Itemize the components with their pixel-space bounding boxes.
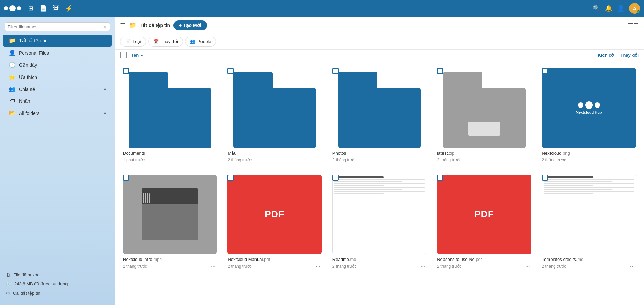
search-icon[interactable]: 🔍: [593, 5, 600, 12]
sidebar-icon-tags: 🏷: [9, 98, 16, 104]
file-checkbox-nextcloud-png[interactable]: [542, 68, 548, 74]
file-meta-documents: 1 phút trước ···: [123, 156, 217, 164]
folder-breadcrumb-icon: 📁: [129, 22, 136, 29]
file-date-readme: 2 tháng trước: [332, 264, 357, 269]
sidebar-nav: 📁 Tất cả tệp tin 👤 Personal Files 🕐 Gần …: [0, 34, 115, 119]
sidebar-item-all-files[interactable]: 📁 Tất cả tệp tin: [3, 35, 112, 47]
file-more-btn-documents[interactable]: ···: [210, 156, 217, 164]
sidebar-label-favorites: Ưa thích: [19, 74, 106, 80]
file-more-btn-reasons-nc[interactable]: ···: [524, 263, 531, 270]
sidebar-search-container: ✕: [5, 22, 110, 31]
filter-type-button[interactable]: 📄 Loại: [120, 37, 146, 47]
hamburger-icon[interactable]: ☰: [120, 22, 126, 29]
file-checkbox-mau[interactable]: [227, 68, 234, 74]
name-col-label: Tên: [131, 53, 139, 58]
toolbar-right: ☰☰: [628, 22, 639, 29]
file-name-nextcloud-intro: Nextcloud intro.mp4: [123, 257, 217, 262]
sidebar-label-all-files: Tất cả tệp tin: [19, 38, 106, 43]
calendar-icon: 📅: [153, 39, 159, 44]
file-more-btn-nextcloud-png[interactable]: ···: [629, 156, 636, 164]
sidebar-item-tags[interactable]: 🏷 Nhãn: [3, 95, 112, 107]
settings-label: Cài đặt tệp tin: [13, 291, 41, 296]
file-checkbox-templates-credits[interactable]: [542, 175, 548, 181]
activity-nav-icon[interactable]: ⚡: [65, 5, 73, 12]
sort-arrow-icon: ▲: [140, 53, 144, 57]
file-item-readme[interactable]: Readme.md 2 tháng trước ···: [330, 172, 429, 273]
contacts-icon[interactable]: 👤: [617, 5, 624, 12]
people-filter-icon: 👥: [190, 39, 195, 44]
name-column-header[interactable]: Tên ▲: [131, 53, 144, 58]
file-item-templates-credits[interactable]: Templates credits.md 2 tháng trước ···: [539, 172, 639, 273]
file-name-nextcloud-manual: Nextcloud Manual.pdf: [227, 257, 321, 262]
photos-nav-icon[interactable]: 🖼: [53, 5, 59, 12]
select-all-checkbox[interactable]: [120, 52, 127, 58]
filter-changed-button[interactable]: 📅 Thay đổi: [148, 37, 183, 47]
sidebar-item-personal-files[interactable]: 👤 Personal Files: [3, 47, 112, 59]
file-checkbox-readme[interactable]: [332, 175, 339, 181]
file-more-btn-readme[interactable]: ···: [419, 263, 426, 270]
file-checkbox-nextcloud-manual[interactable]: [227, 175, 234, 181]
filter-type-label: Loại: [133, 39, 141, 44]
file-more-btn-mau[interactable]: ···: [314, 156, 321, 164]
sidebar: ✕ 📁 Tất cả tệp tin 👤 Personal Files 🕐 Gầ…: [0, 17, 115, 305]
file-meta-readme: 2 tháng trước ···: [332, 263, 426, 270]
sidebar-item-all-folders[interactable]: 📂 All folders ▾: [3, 107, 112, 119]
sidebar-bottom: 🗑 File đã bị xóa 💿 243,8 MB đã được sử d…: [0, 266, 115, 302]
sidebar-item-recent[interactable]: 🕐 Gần đây: [3, 59, 112, 71]
grid-icon[interactable]: ⊞: [28, 5, 33, 12]
storage-item[interactable]: 💿 243,8 MB đã được sử dụng: [6, 279, 109, 288]
create-new-button[interactable]: + Tạo Mới: [173, 20, 207, 30]
file-date-documents: 1 phút trước: [123, 158, 145, 162]
file-thumbnail-mau: [227, 68, 321, 148]
main-layout: ✕ 📁 Tất cả tệp tin 👤 Personal Files 🕐 Gầ…: [0, 17, 644, 305]
logo-circles: [4, 5, 21, 11]
file-item-documents[interactable]: Documents 1 phút trước ···: [120, 65, 219, 166]
file-thumbnail-readme: [332, 175, 426, 254]
file-item-reasons-nc[interactable]: PDF Reasons to use Ne.pdf 2 tháng trước …: [434, 172, 534, 273]
file-item-nextcloud-png[interactable]: Nextcloud Hub Nextcloud.png 2 tháng trướ…: [539, 65, 639, 166]
file-item-latest-zip[interactable]: latest.zip 2 tháng trước ···: [434, 65, 534, 166]
file-more-btn-nextcloud-manual[interactable]: ···: [314, 263, 321, 270]
sidebar-icon-all-folders: 📂: [9, 110, 16, 116]
notifications-icon[interactable]: 🔔: [605, 5, 612, 12]
file-meta-reasons-nc: 2 tháng trước ···: [437, 263, 531, 270]
filter-changed-label: Thay đổi: [161, 39, 178, 44]
top-navigation: ⊞ 📄 🖼 ⚡ 🔍 🔔 👤 A: [0, 0, 644, 17]
trash-item[interactable]: 🗑 File đã bị xóa: [6, 270, 109, 279]
file-more-btn-templates-credits[interactable]: ···: [629, 263, 636, 270]
files-nav-icon[interactable]: 📄: [39, 5, 47, 12]
sidebar-icon-all-files: 📁: [9, 37, 16, 44]
file-item-nextcloud-intro[interactable]: Nextcloud intro.mp4 2 tháng trước ···: [120, 172, 219, 273]
file-item-photos[interactable]: Photos 2 tháng trước ···: [330, 65, 429, 166]
file-date-nextcloud-png: 2 tháng trước: [542, 158, 566, 162]
sidebar-label-shared: Chia sẻ: [19, 87, 101, 92]
search-input[interactable]: [8, 24, 103, 29]
file-name-latest-zip: latest.zip: [437, 151, 531, 156]
avatar[interactable]: A: [629, 3, 640, 14]
file-more-btn-latest-zip[interactable]: ···: [524, 156, 531, 164]
file-thumbnail-reasons-nc: PDF: [437, 175, 531, 254]
toolbar: ☰ 📁 Tất cả tệp tin + Tạo Mới ☰☰: [115, 17, 644, 34]
file-more-btn-photos[interactable]: ···: [419, 156, 426, 164]
clear-search-icon[interactable]: ✕: [103, 24, 107, 29]
file-checkbox-documents[interactable]: [123, 68, 129, 74]
app-logo[interactable]: [4, 5, 21, 11]
file-thumbnail-nextcloud-png: Nextcloud Hub: [542, 68, 636, 148]
file-more-btn-nextcloud-intro[interactable]: ···: [210, 263, 217, 270]
settings-item[interactable]: ⚙ Cài đặt tệp tin: [6, 288, 109, 298]
file-checkbox-latest-zip[interactable]: [437, 68, 443, 74]
file-name-nextcloud-png: Nextcloud.png: [542, 151, 636, 156]
topnav-right: 🔍 🔔 👤 A: [593, 3, 640, 14]
grid-header: Tên ▲ Kích cỡ Thay đổi: [115, 50, 644, 60]
sidebar-item-favorites[interactable]: ⭐ Ưa thích: [3, 71, 112, 83]
file-date-nextcloud-manual: 2 tháng trước: [227, 264, 252, 269]
file-item-nextcloud-manual[interactable]: PDF Nextcloud Manual.pdf 2 tháng trước ·…: [225, 172, 324, 273]
sidebar-label-tags: Nhãn: [19, 98, 106, 104]
list-view-icon[interactable]: ☰☰: [628, 22, 639, 29]
file-item-mau[interactable]: Mẫu 2 tháng trước ···: [225, 65, 324, 166]
filter-people-button[interactable]: 👥 People: [185, 37, 216, 47]
file-checkbox-reasons-nc[interactable]: [437, 175, 443, 181]
file-checkbox-nextcloud-intro[interactable]: [123, 175, 129, 181]
file-checkbox-photos[interactable]: [332, 68, 339, 74]
sidebar-item-shared[interactable]: 👥 Chia sẻ ▾: [3, 83, 112, 95]
